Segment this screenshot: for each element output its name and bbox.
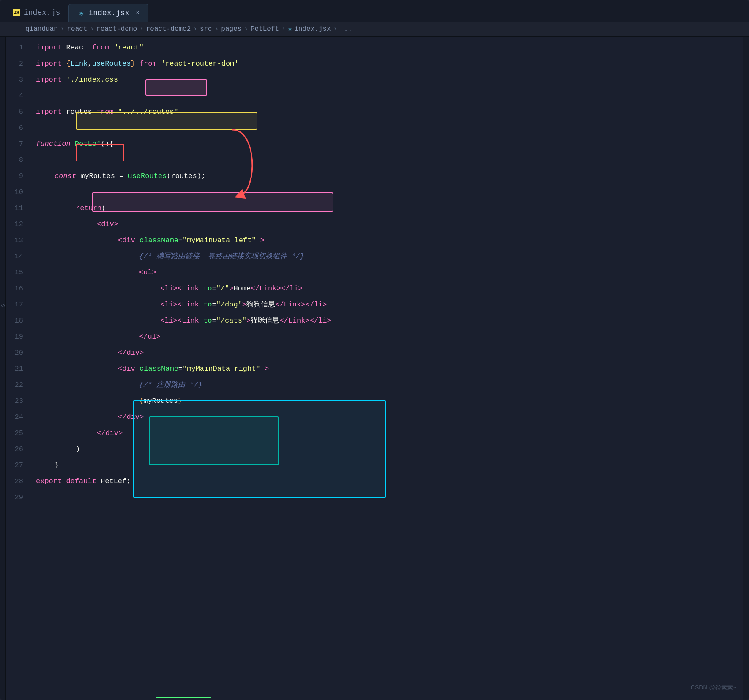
code-line-24: </div> [29,409,743,425]
line-num: 22 [6,377,29,393]
line-num: 15 [6,264,29,280]
line-num: 23 [6,393,29,409]
line-num: 27 [6,457,29,473]
code-line-5: import routes from "../../routes" [29,104,743,120]
tab-bar: JS index.js ⚛ index.jsx × [0,0,749,22]
code-line-4 [29,88,743,104]
underline-useroutes [156,697,211,698]
code-line-22: {/* 注册路由 */} [29,377,743,393]
tab-index-jsx[interactable]: ⚛ index.jsx × [68,4,148,22]
line-num: 2 [6,55,29,71]
code-line-15: <ul> [29,264,743,280]
line-num: 28 [6,473,29,489]
react-icon: ⚛ [288,26,292,33]
breadcrumb-part: react-demo2 [146,25,191,33]
code-line-23: {myRoutes} [29,393,743,409]
line-num: 18 [6,312,29,328]
tab-index-js[interactable]: JS index.js [4,4,68,22]
code-line-8 [29,152,743,168]
editor-window: JS index.js ⚛ index.jsx × qianduan › rea… [0,0,749,700]
react-icon: ⚛ [77,9,85,17]
code-line-6 [29,120,743,136]
breadcrumb-part: PetLeft [251,25,279,33]
code-line-13: <div className="myMainData left" > [29,232,743,248]
watermark: CSDN @@素素~ [691,684,736,692]
left-sidebar-handle: s [0,37,6,700]
breadcrumb-part: index.jsx [294,25,331,33]
line-num: 6 [6,120,29,136]
code-line-18: <li><Link to="/cats">猫咪信息</Link></li> [29,312,743,328]
line-num: 5 [6,104,29,120]
tab-label: index.jsx [88,9,129,17]
line-num: 9 [6,168,29,184]
line-num: 3 [6,71,29,88]
line-num: 4 [6,88,29,104]
line-num: 29 [6,489,29,505]
code-line-17: <li><Link to="/dog">狗狗信息</Link></li> [29,296,743,312]
line-num: 1 [6,39,29,55]
code-line-25: </div> [29,425,743,441]
line-num: 11 [6,200,29,216]
line-num: 25 [6,425,29,441]
line-num: 20 [6,345,29,361]
tab-label: index.js [24,8,60,17]
close-icon[interactable]: × [136,10,140,16]
code-line-14: {/* 编写路由链接 靠路由链接实现切换组件 */} [29,248,743,264]
line-num: 13 [6,232,29,248]
code-lines: import React from "react" import {Link,u… [29,37,743,700]
code-line-20: </div> [29,345,743,361]
code-area: s 1 2 3 4 5 6 7 8 9 10 11 12 13 14 15 16… [0,37,749,700]
code-line-3: import './index.css' [29,71,743,88]
code-line-19: </ul> [29,328,743,345]
breadcrumb-part: ... [340,25,352,33]
code-line-7: function PetLef(){ [29,136,743,152]
code-line-26: ) [29,441,743,457]
sidebar-label: s [0,304,6,307]
breadcrumb-part: src [200,25,212,33]
line-num: 19 [6,328,29,345]
code-line-1: import React from "react" [29,39,743,55]
code-line-29 [29,489,743,505]
code-line-10 [29,184,743,200]
line-num: 26 [6,441,29,457]
line-num: 10 [6,184,29,200]
code-line-9: const myRoutes = useRoutes(routes); [29,168,743,184]
line-num: 14 [6,248,29,264]
breadcrumb: qianduan › react › react-demo › react-de… [0,22,749,37]
line-num: 16 [6,280,29,296]
line-numbers: 1 2 3 4 5 6 7 8 9 10 11 12 13 14 15 16 1… [6,37,29,700]
code-line-27: } [29,457,743,473]
code-line-12: <div> [29,216,743,232]
line-num: 12 [6,216,29,232]
line-num: 8 [6,152,29,168]
line-num: 17 [6,296,29,312]
breadcrumb-part: react [67,25,87,33]
js-icon: JS [13,9,20,16]
line-num: 21 [6,361,29,377]
code-line-21: <div className="myMainData right" > [29,361,743,377]
breadcrumb-part: pages [221,25,241,33]
line-num: 24 [6,409,29,425]
scrollbar[interactable] [743,37,749,700]
code-line-16: <li><Link to="/">Home</Link></li> [29,280,743,296]
breadcrumb-part: qianduan [25,25,58,33]
line-num: 7 [6,136,29,152]
code-line-28: export default PetLef; [29,473,743,489]
code-line-11: return( [29,200,743,216]
code-line-2: import {Link,useRoutes} from 'react-rout… [29,55,743,71]
breadcrumb-part: react-demo [96,25,137,33]
